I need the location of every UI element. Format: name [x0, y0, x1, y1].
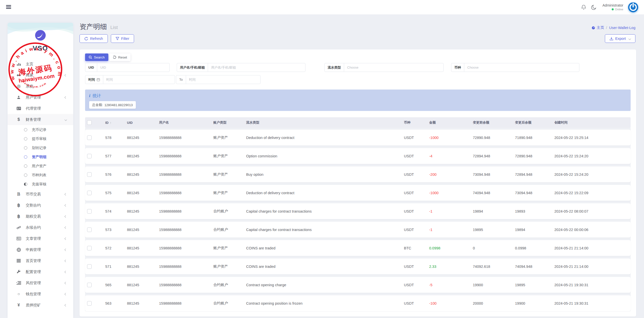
cell-flow-type: Contract opening charge	[246, 283, 404, 287]
sidebar-item-申购管理[interactable]: 申购管理	[8, 244, 73, 255]
sidebar-subitem-提币审核[interactable]: 提币审核	[8, 134, 73, 143]
row-checkbox[interactable]	[87, 246, 92, 250]
reset-button[interactable]: Reset	[109, 53, 131, 61]
coin-field-label: 币种	[451, 63, 464, 72]
moon-icon[interactable]	[591, 5, 597, 10]
sidebar: VSO 主页商家系统用户管理代理管理$财务管理充币记录提币审核划转记录资产明细用…	[8, 23, 73, 318]
sidebar-item-label: 质押挖矿	[26, 303, 65, 308]
cell-account-type: 合约账户	[213, 282, 246, 287]
cell-uid: 881245	[127, 301, 159, 305]
chevron-left-icon	[65, 215, 67, 218]
user-block[interactable]: Administrator Online	[603, 3, 623, 11]
cell-flow-type: Capital charges for contract transaction…	[246, 228, 404, 232]
cell-amount: -4	[429, 154, 473, 158]
cell-username: 15988888888	[159, 154, 213, 158]
time-to-field-label: To	[176, 75, 186, 84]
uid-input[interactable]	[97, 63, 169, 72]
sidebar-subitem-用户资产[interactable]: 用户资产	[8, 161, 73, 170]
sidebar-item-永续合约[interactable]: 永续合约	[8, 222, 73, 233]
sidebar-item-label: 币币交易	[26, 192, 65, 197]
sidebar-item-交割合约[interactable]: ฿交割合约	[8, 200, 73, 211]
row-checkbox[interactable]	[87, 301, 92, 306]
time-to-input[interactable]	[186, 75, 260, 84]
flow-type-select[interactable]	[344, 63, 443, 72]
cell-id: 571	[105, 265, 127, 269]
row-checkbox[interactable]	[87, 209, 92, 214]
chevron-down-icon	[629, 37, 631, 40]
half-circle-icon	[24, 183, 27, 186]
breadcrumb-current[interactable]: User-Wallet-Log	[609, 26, 635, 30]
refresh-button[interactable]: Refresh	[80, 34, 108, 43]
filter-user-group: 用户名/手机/邮箱	[177, 63, 305, 72]
sidebar-item-label: 期权交易	[26, 214, 65, 219]
cell-before-balance: 72890.948	[473, 136, 515, 140]
cell-id: 563	[105, 301, 127, 305]
table-row: 57788124515988888888账户资产Option commissio…	[85, 148, 631, 164]
cell-id: 572	[105, 246, 127, 250]
dashboard-icon	[591, 26, 595, 30]
cell-created-at: 2024-05-21 19:30:31	[554, 301, 631, 305]
sidebar-item-首页管理[interactable]: 首页管理	[8, 255, 73, 266]
cell-amount: -200	[429, 172, 473, 177]
sidebar-item-配置管理[interactable]: 配置管理	[8, 266, 73, 277]
row-checkbox[interactable]	[87, 283, 92, 287]
flow-type-field-label: 流水类型	[325, 63, 344, 72]
sidebar-item-财务管理[interactable]: $财务管理	[8, 114, 73, 125]
hamburger-menu-icon[interactable]	[6, 5, 11, 9]
sidebar-item-期权交易[interactable]: ฿期权交易	[8, 211, 73, 222]
cell-id: 575	[105, 191, 127, 195]
column-header-ID[interactable]: ID↑	[105, 121, 127, 125]
search-button[interactable]: Search	[85, 53, 108, 61]
cell-uid: 881245	[127, 209, 159, 213]
page-title: 资产明细	[80, 22, 107, 31]
table-row: 57688124515988888888账户资产Buy optionUSDT-2…	[85, 166, 631, 182]
cell-id: 577	[105, 154, 127, 158]
export-button[interactable]: Export	[605, 34, 635, 43]
filter-button[interactable]: Filter	[111, 34, 134, 43]
row-checkbox[interactable]	[87, 264, 92, 269]
sidebar-subitem-资产明细[interactable]: 资产明细	[8, 152, 73, 161]
user-input[interactable]	[208, 63, 305, 72]
cell-account-type: 账户资产	[213, 190, 246, 195]
sidebar-subitem-充币记录[interactable]: 充币记录	[8, 125, 73, 134]
breadcrumb-home-link[interactable]: 主页	[591, 25, 604, 30]
avatar[interactable]	[628, 2, 638, 13]
sidebar-item-钱包管理[interactable]: ○钱包管理	[8, 288, 73, 300]
column-header-label: 币种	[404, 120, 410, 125]
cell-uid: 881245	[127, 283, 159, 287]
row-checkbox[interactable]	[87, 154, 92, 158]
row-checkbox[interactable]	[87, 227, 92, 232]
column-header-label: 账户类型	[213, 120, 226, 125]
sidebar-item-label: 财务管理	[26, 117, 65, 122]
chevron-left-icon	[65, 248, 67, 251]
bell-icon[interactable]	[581, 5, 586, 10]
row-checkbox[interactable]	[87, 135, 92, 140]
coin-select[interactable]	[464, 63, 579, 72]
table-row: 57588124515988888888账户资产Deduction of del…	[85, 185, 631, 201]
cell-uid: 881245	[127, 191, 159, 195]
sidebar-item-质押挖矿[interactable]: ¥质押挖矿	[8, 300, 73, 311]
row-checkbox[interactable]	[87, 172, 92, 177]
time-from-field-label: 时间	[85, 75, 103, 84]
sidebar-item-主页[interactable]: 主页	[8, 59, 73, 70]
row-checkbox[interactable]	[87, 191, 92, 195]
sidebar-item-用户管理[interactable]: 用户管理	[8, 92, 73, 103]
table-body: 57888124515988888888账户资产Deduction of del…	[85, 128, 631, 311]
sidebar-subitem-币种列表[interactable]: 币种列表	[8, 170, 73, 180]
sidebar-item-商家[interactable]: 商家	[8, 70, 73, 81]
cell-amount: -5	[429, 283, 473, 287]
sidebar-item-系统[interactable]: 系统	[8, 81, 73, 92]
cell-coin: USDT	[404, 265, 429, 269]
cell-before-balance: 74094.948	[473, 191, 515, 195]
sidebar-subitem-充值审核[interactable]: 充值审核	[8, 180, 73, 189]
sidebar-subitem-划转记录[interactable]: 划转记录	[8, 143, 73, 152]
cell-uid: 881245	[127, 246, 159, 250]
brand-logo-icon[interactable]	[35, 30, 46, 42]
sidebar-item-币币交易[interactable]: B币币交易	[8, 189, 73, 200]
sidebar-item-风控管理[interactable]: 风控管理	[8, 277, 73, 288]
select-all-checkbox[interactable]	[87, 120, 92, 125]
time-from-input[interactable]	[103, 75, 175, 84]
sidebar-item-代理管理[interactable]: 代理管理	[8, 103, 73, 114]
sidebar-item-文章管理[interactable]: 文章管理	[8, 233, 73, 244]
column-header-币种: 币种	[404, 120, 429, 125]
